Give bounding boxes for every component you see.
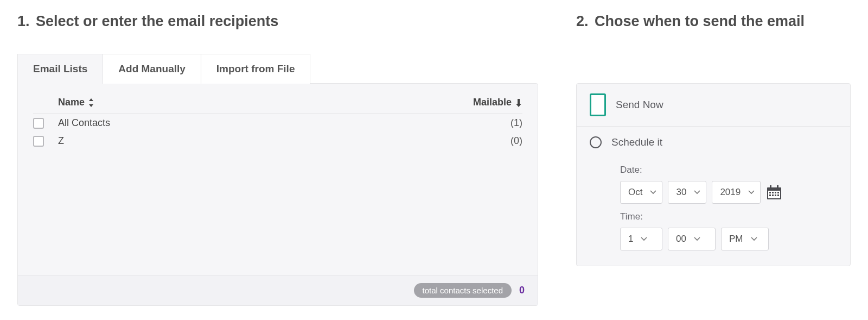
row-checkbox[interactable] [33, 118, 44, 129]
selected-label: total contacts selected [414, 283, 512, 298]
ampm-select[interactable]: PM [721, 228, 769, 250]
row-mailable: (1) [452, 117, 522, 129]
svg-rect-8 [769, 194, 771, 196]
calendar-icon[interactable] [766, 184, 782, 200]
step2-number: 2. [576, 13, 589, 29]
svg-rect-5 [772, 192, 774, 193]
selection-footer: total contacts selected 0 [18, 275, 538, 305]
step1-title-text: Select or enter the email recipients [36, 13, 278, 29]
table-row: All Contacts (1) [33, 114, 522, 132]
chevron-down-icon [751, 237, 757, 241]
tab-add-manually[interactable]: Add Manually [103, 54, 201, 84]
col-name[interactable]: Name [58, 97, 452, 108]
email-lists-panel: Name Mailable All Contacts [17, 83, 538, 306]
chevron-down-icon [748, 190, 755, 194]
col-mailable-label: Mailable [473, 97, 512, 108]
schedule-panel: Send Now Schedule it Date: Oct 30 [576, 83, 851, 266]
option-send-now[interactable]: Send Now [577, 84, 850, 126]
ampm-value: PM [729, 234, 743, 244]
option-schedule-it[interactable]: Schedule it [590, 136, 837, 152]
row-checkbox[interactable] [33, 136, 44, 147]
year-value: 2019 [720, 187, 741, 198]
month-value: Oct [628, 187, 642, 198]
chevron-down-icon [650, 190, 656, 194]
list-table-header: Name Mailable [33, 92, 522, 114]
sort-icon [88, 98, 94, 107]
row-name[interactable]: All Contacts [58, 117, 452, 129]
option-schedule-it-label: Schedule it [611, 136, 662, 148]
tab-import-from-file[interactable]: Import from File [201, 54, 311, 84]
svg-rect-9 [772, 194, 774, 196]
chevron-down-icon [694, 190, 700, 194]
row-name[interactable]: Z [58, 135, 452, 147]
day-select[interactable]: 30 [668, 181, 706, 204]
hour-value: 1 [628, 234, 633, 244]
chevron-down-icon [641, 237, 647, 241]
svg-rect-4 [769, 192, 771, 193]
step2-title-text: Chose when to send the email [595, 13, 805, 29]
col-name-label: Name [58, 97, 85, 108]
selected-count: 0 [519, 285, 525, 296]
svg-rect-3 [777, 185, 778, 189]
step2-title: 2. Chose when to send the email [576, 13, 851, 30]
svg-rect-10 [775, 194, 776, 196]
tab-email-lists[interactable]: Email Lists [17, 54, 103, 84]
svg-rect-7 [777, 192, 779, 193]
minute-value: 00 [676, 234, 686, 244]
svg-rect-2 [770, 185, 771, 189]
col-mailable[interactable]: Mailable [452, 97, 522, 108]
recipient-tabs: Email Lists Add Manually Import from Fil… [17, 54, 538, 84]
step1-title: 1. Select or enter the email recipients [17, 13, 538, 30]
option-send-now-label: Send Now [616, 99, 663, 111]
year-select[interactable]: 2019 [712, 181, 761, 204]
chevron-down-icon [694, 237, 700, 241]
radio-send-now[interactable] [590, 93, 606, 116]
radio-schedule-it[interactable] [590, 136, 602, 148]
sort-desc-icon [515, 98, 522, 107]
table-row: Z (0) [33, 132, 522, 150]
minute-select[interactable]: 00 [668, 228, 716, 250]
svg-rect-11 [777, 194, 779, 196]
row-mailable: (0) [452, 135, 522, 147]
hour-select[interactable]: 1 [620, 228, 662, 250]
date-label: Date: [620, 165, 837, 175]
svg-rect-6 [775, 192, 776, 193]
month-select[interactable]: Oct [620, 181, 662, 204]
step1-number: 1. [17, 13, 30, 29]
time-label: Time: [620, 211, 837, 222]
day-value: 30 [676, 187, 686, 198]
